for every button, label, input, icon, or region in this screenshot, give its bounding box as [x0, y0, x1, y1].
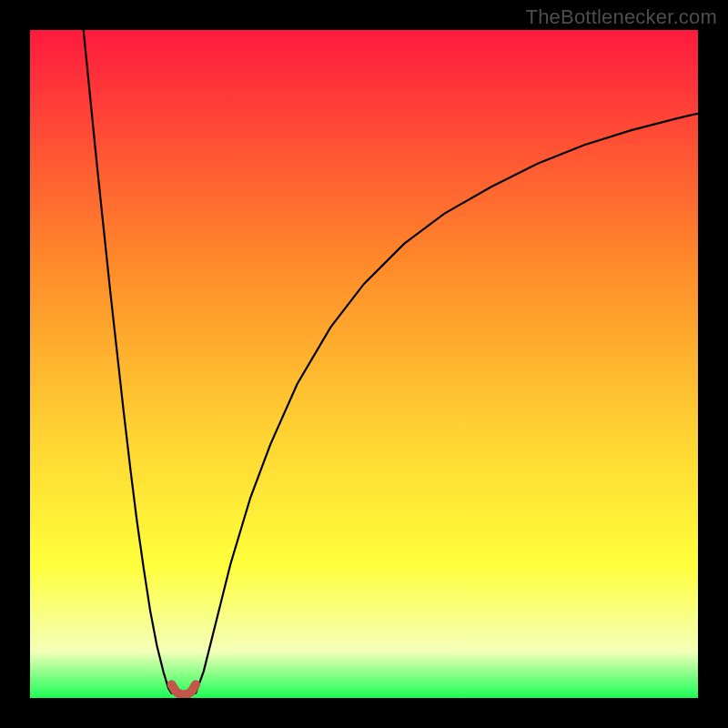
watermark-text: TheBottlenecker.com: [526, 5, 717, 29]
plot-area: [30, 30, 698, 698]
chart-outer-frame: TheBottlenecker.com: [0, 0, 728, 728]
gradient-background: [30, 30, 698, 698]
chart-svg: [30, 30, 698, 698]
